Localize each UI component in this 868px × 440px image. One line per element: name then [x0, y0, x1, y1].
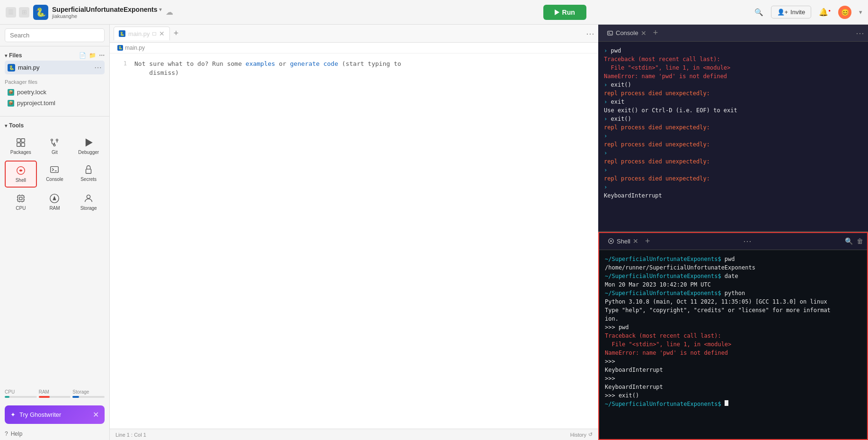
svg-rect-3 [21, 143, 25, 146]
tools-header: ▾ Tools [5, 120, 105, 131]
shell-terminal-line: KeyboardInterrupt [605, 366, 861, 374]
terminal-line: repl process died unexpectedly: [604, 157, 862, 166]
invite-button[interactable]: 👤+ Invite [771, 6, 812, 18]
help-label: Help [11, 431, 23, 437]
console-tab-icon [607, 30, 613, 36]
terminal-line: Traceback (most recent call last): [604, 55, 862, 63]
sidebar-toggle-icon[interactable]: ☰ [6, 7, 16, 18]
repl-info: SuperficialUnfortunateExponents ▾ jiakua… [52, 6, 162, 19]
search-input[interactable] [5, 28, 105, 42]
terminal-line: › pwd [604, 46, 862, 55]
avatar-dropdown-icon[interactable]: ▾ [859, 9, 862, 16]
editor-tabs: 🐍 main.py □ ✕ + ⋯ [110, 25, 598, 43]
console-panel: Console ✕ + ⋯ › pwd Traceback (most rece… [598, 25, 868, 232]
notifications-icon[interactable]: 🔔● [819, 8, 831, 17]
tool-packages[interactable]: Packages [5, 134, 37, 159]
tool-storage[interactable]: Storage [72, 189, 105, 215]
ram-resource-label: RAM [39, 389, 71, 395]
new-folder-icon[interactable]: 📁 [89, 52, 96, 59]
svg-rect-1 [21, 139, 25, 142]
history-icon: ↺ [588, 431, 593, 438]
files-more-icon[interactable]: ⋯ [99, 52, 105, 59]
terminal-line: repl process died unexpectedly: [604, 174, 862, 183]
history-label: History [570, 432, 586, 438]
file-item-main-py[interactable]: 🐍 main.py ⋯ [5, 61, 105, 74]
tool-shell[interactable]: Shell [5, 161, 37, 188]
editor-content[interactable]: 1 Not sure what to do? Run some examples… [110, 54, 598, 429]
tool-debugger[interactable]: Debugger [72, 134, 105, 159]
console-tab[interactable]: Console ✕ [602, 27, 651, 39]
tool-ram[interactable]: RAM [39, 189, 71, 215]
sidebar: ▾ Files 📄 📁 ⋯ 🐍 main.py ⋯ Packager files [0, 25, 110, 440]
terminal-line: › [604, 149, 862, 157]
tools-label: Tools [9, 122, 24, 129]
console-terminal-content[interactable]: › pwd Traceback (most recent call last):… [598, 42, 868, 231]
ghostwriter-close-icon[interactable]: ✕ [93, 410, 99, 419]
cursor-position: Line 1 : Col 1 [115, 432, 146, 438]
tab-close-icon[interactable]: ✕ [159, 30, 165, 37]
editor-tab-main-py[interactable]: 🐍 main.py □ ✕ [114, 27, 170, 40]
topbar-right: 🔍 👤+ Invite 🔔● 😊 ▾ [754, 6, 863, 19]
shell-search-icon[interactable]: 🔍 [845, 237, 853, 245]
search-icon[interactable]: 🔍 [754, 8, 763, 17]
terminal-line: File "<stdin>", line 1, in <module> [604, 63, 862, 72]
console-label: Console [46, 177, 63, 182]
right-panel: Console ✕ + ⋯ › pwd Traceback (most rece… [598, 25, 868, 440]
resources-row: CPU RAM Storage [0, 386, 109, 402]
console-more-icon[interactable]: ⋯ [856, 28, 864, 38]
examples-link[interactable]: examples [246, 60, 275, 67]
storage-bar-fill [72, 396, 79, 398]
repl-user: jiakuanghe [52, 13, 162, 19]
shell-terminal-line: File "<stdin>", line 1, in <module> [605, 340, 861, 349]
ghostwriter-label: Try Ghostwriter [19, 411, 61, 418]
storage-bar [72, 396, 105, 398]
try-ghostwriter-banner[interactable]: ✦ Try Ghostwriter ✕ [5, 405, 105, 424]
repl-dropdown-icon[interactable]: ▾ [159, 6, 162, 13]
ram-icon [49, 193, 60, 204]
run-button[interactable]: Run [543, 5, 586, 20]
shell-add-tab-icon[interactable]: + [645, 236, 650, 246]
ghostwriter-icon: ✦ [10, 411, 16, 418]
new-file-icon[interactable]: 📄 [79, 52, 86, 59]
files-section: ▾ Files 📄 📁 ⋯ 🐍 main.py ⋯ [0, 46, 109, 79]
shell-panel: Shell ✕ + ⋯ 🔍 🗑 ~/SuperficialUnfortunate… [598, 232, 868, 440]
help-row[interactable]: ? Help [0, 428, 109, 440]
tool-console[interactable]: Console [39, 161, 71, 188]
packager-file-poetry[interactable]: 📦 poetry.lock [5, 87, 105, 98]
svg-point-6 [54, 144, 56, 146]
avatar[interactable]: 😊 [838, 6, 851, 19]
generate-code-link[interactable]: generate code [290, 60, 338, 67]
storage-icon [83, 193, 94, 204]
editor-statusbar: Line 1 : Col 1 History ↺ [110, 429, 598, 440]
run-triangle-icon [555, 9, 559, 15]
shell-tab[interactable]: Shell ✕ [603, 235, 643, 247]
debugger-label: Debugger [78, 150, 99, 155]
console-panel-tabs: Console ✕ + ⋯ [598, 25, 868, 42]
shell-terminal-line: >>> [605, 357, 861, 366]
terminal-line: › [604, 132, 862, 140]
console-tab-close-icon[interactable]: ✕ [641, 29, 647, 37]
tools-section: ▾ Tools Packages Git Debugger [0, 120, 109, 386]
tool-secrets[interactable]: Secrets [72, 161, 105, 188]
terminal-line: › exit() [604, 115, 862, 123]
search-bar [0, 25, 109, 46]
shell-terminal-line: >>> exit() [605, 391, 861, 400]
layout-icon[interactable]: ⊞ [19, 7, 29, 18]
user-plus-icon: 👤+ [777, 9, 788, 16]
file-name: main.py [18, 64, 40, 71]
ram-label: RAM [49, 206, 60, 211]
history-button[interactable]: History ↺ [570, 431, 593, 438]
shell-tab-close-icon[interactable]: ✕ [633, 237, 638, 245]
console-add-tab-icon[interactable]: + [653, 28, 658, 38]
editor-add-tab-icon[interactable]: + [171, 28, 182, 38]
shell-trash-icon[interactable]: 🗑 [857, 237, 863, 245]
file-options-icon[interactable]: ⋯ [94, 63, 102, 72]
tool-git[interactable]: Git [39, 134, 71, 159]
shell-terminal-content[interactable]: ~/SuperficialUnfortunateExponents$ pwd /… [599, 250, 867, 440]
tool-cpu[interactable]: CPU [5, 189, 37, 215]
editor-more-icon[interactable]: ⋯ [586, 28, 594, 39]
files-header: ▾ Files 📄 📁 ⋯ [5, 50, 105, 61]
shell-more-icon[interactable]: ⋯ [743, 236, 752, 246]
files-header-left: ▾ Files [5, 52, 22, 59]
packager-file-pyproject[interactable]: 📦 pyproject.toml [5, 98, 105, 108]
